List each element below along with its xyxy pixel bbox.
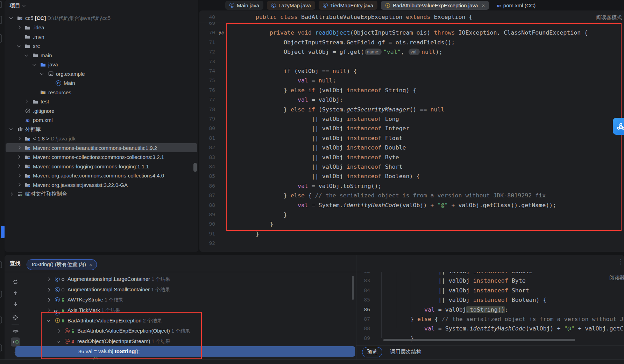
project-panel-header[interactable]: 项目 — [10, 1, 25, 10]
project-tree-row[interactable]: < 1.8 > D:\java-jdk — [5, 134, 198, 143]
code-line[interactable]: 79 || valObj instanceof Long — [199, 114, 624, 124]
editor-tab[interactable]: mpom.xml (CC) — [492, 1, 540, 10]
code-line[interactable]: 73 — [199, 57, 624, 66]
code-line[interactable]: 83 || valObj instanceof Byte — [356, 276, 624, 285]
code-line[interactable]: 83 || valObj instanceof Byte — [199, 153, 624, 162]
project-tree-row[interactable]: Maven: org.javassist:javassist:3.22.0-GA — [5, 180, 198, 189]
chevron-down-icon[interactable] — [33, 62, 36, 66]
chevron-right-icon[interactable] — [47, 278, 50, 281]
chevron-right-icon[interactable] — [17, 174, 21, 177]
toolwindow-stripe-icon[interactable] — [0, 316, 2, 323]
chevron-right-icon[interactable] — [25, 100, 28, 103]
code-line[interactable]: 86 val = valObj.toString(); — [199, 181, 624, 191]
project-scrollbar-thumb[interactable] — [193, 163, 197, 172]
chevron-right-icon[interactable] — [47, 308, 50, 312]
code-line[interactable]: 72 Object valObj = gf.get(name:"val", va… — [199, 47, 624, 57]
code-line[interactable]: 86 val = valObj.toString(); — [356, 305, 624, 314]
eye-button[interactable] — [11, 327, 20, 336]
chevron-right-icon[interactable] — [17, 165, 21, 168]
kebab-menu-icon[interactable]: ⋮ — [618, 260, 622, 263]
project-tree-row[interactable]: resources — [5, 88, 198, 97]
chevron-right-icon[interactable] — [17, 26, 21, 29]
toolwindow-stripe-icon[interactable] — [0, 1, 2, 8]
find-result-row[interactable]: CAugmentationsImpl.SmallContainer 1 个结果 — [15, 285, 356, 295]
chevron-down-icon[interactable] — [47, 319, 50, 322]
find-search-tab[interactable]: toString() (所有位置 内) × — [27, 259, 97, 270]
editor-tab[interactable]: CLazyMap.java — [267, 1, 315, 10]
project-tree-row[interactable]: .mvn — [5, 32, 198, 41]
code-line[interactable]: 84 || valObj instanceof Short — [356, 286, 624, 295]
editor-tab[interactable]: CTiedMapEntry.java — [319, 1, 377, 10]
project-tree-row[interactable]: mpom.xml — [5, 116, 198, 125]
code-line[interactable]: 82 || valObj instanceof Double — [356, 272, 624, 276]
code-line[interactable]: 89 } — [199, 210, 624, 219]
project-tree-row[interactable]: .idea — [5, 23, 198, 32]
code-line[interactable]: 91} — [199, 229, 624, 239]
project-tree-row[interactable]: org.example — [5, 69, 198, 78]
project-tree-row[interactable]: 临时文件和控制台 — [5, 190, 198, 199]
find-result-row[interactable]: CAugmentationsImpl.LargeContainer 1 个结果 — [15, 274, 356, 285]
project-tree-row[interactable]: 外部库 — [5, 125, 198, 134]
toolwindow-stripe-icon[interactable] — [0, 261, 2, 268]
chevron-down-icon[interactable] — [40, 72, 44, 75]
code-line[interactable]: 81 || valObj instanceof Float — [199, 133, 624, 143]
horizontal-scrollbar-thumb[interactable] — [383, 339, 575, 341]
close-icon[interactable]: × — [89, 262, 92, 268]
find-result-row[interactable]: BadAttributeValueExpException 2 个结果 — [15, 315, 356, 326]
code-line[interactable]: 92 — [199, 239, 624, 248]
arrow-up-button[interactable] — [11, 289, 20, 298]
tool-window-stripe[interactable] — [0, 0, 5, 364]
code-line[interactable]: 89 } — [356, 334, 624, 343]
code-line[interactable]: 70@ private void readObject(ObjectInputS… — [199, 28, 624, 37]
code-line[interactable]: 87 } else { // the serialized object is … — [199, 191, 624, 200]
code-line[interactable]: 88 val = System.identityHashCode(valObj)… — [199, 201, 624, 210]
code-line[interactable]: 87 } else { // the serialized object is … — [356, 314, 624, 324]
find-result-row[interactable]: CAxis.TickMark 1 个结果 — [15, 305, 356, 316]
toolwindow-stripe-icon[interactable] — [0, 16, 2, 24]
code-line[interactable]: 75 val = null; — [199, 76, 624, 85]
gear-button[interactable] — [11, 313, 20, 322]
chevron-down-icon[interactable] — [9, 16, 13, 20]
close-icon[interactable]: × — [482, 2, 485, 8]
find-result-selected-row[interactable]: 86 val = valObj.toString(); — [15, 346, 355, 357]
call-hierarchy-button[interactable]: 调用层次结构 — [390, 349, 421, 355]
project-tree-row[interactable]: Maven: commons-collections:commons-colle… — [5, 153, 198, 162]
sync-button[interactable] — [11, 277, 20, 286]
chevron-down-icon[interactable] — [17, 44, 21, 47]
code-line[interactable]: 82 || valObj instanceof Double — [199, 143, 624, 152]
project-tree-row[interactable]: Maven: org.apache.commons:commons-collec… — [5, 171, 198, 180]
code-line[interactable]: 85 || valObj instanceof Boolean) { — [199, 172, 624, 181]
preview-button[interactable]: 预览 — [362, 347, 382, 357]
code-line[interactable]: 77 val = valObj; — [199, 95, 624, 104]
editor-tab[interactable]: BadAttributeValueExpException.java× — [381, 1, 489, 10]
chevron-right-icon[interactable] — [17, 137, 21, 140]
project-tree-row[interactable]: CMain — [5, 79, 198, 88]
find-result-row[interactable]: CAWTKeyStroke 1 个结果 — [15, 295, 356, 305]
reader-mode-label[interactable]: 阅读器模式 — [596, 14, 622, 21]
project-tree-row[interactable]: src — [5, 42, 198, 51]
chevron-right-icon[interactable] — [47, 298, 50, 302]
code-line[interactable]: 88 val = System.identityHashCode(valObj)… — [356, 324, 624, 333]
chevron-right-icon[interactable] — [47, 288, 50, 291]
project-tree-row[interactable]: Maven: commons-beanutils:commons-beanuti… — [5, 143, 198, 152]
usage-preview-editor[interactable]: 82 || valObj instanceof Double83 || valO… — [356, 272, 624, 345]
code-line[interactable]: 85 || valObj instanceof Boolean) { — [356, 295, 624, 305]
chevron-down-icon[interactable] — [25, 53, 28, 57]
project-tree-row[interactable]: .gitignore — [5, 106, 198, 115]
project-tree-row[interactable]: cc5 [CC] D:\1\代码集合\java代码\cc5 — [5, 14, 198, 23]
annotation-gutter-icon[interactable]: @ — [219, 28, 224, 37]
reader-mode-label[interactable]: 阅读器模式 — [609, 275, 624, 281]
chevron-right-icon[interactable] — [9, 192, 13, 196]
project-tree-row[interactable]: Maven: commons-logging:commons-logging:1… — [5, 162, 198, 171]
chevron-right-icon[interactable] — [17, 183, 21, 187]
editor-tab[interactable]: CMain.java — [225, 1, 263, 10]
project-tree-row[interactable]: main — [5, 51, 198, 60]
find-tree-scrollbar-thumb[interactable] — [352, 276, 354, 300]
project-tree-row[interactable]: java — [5, 60, 198, 69]
project-tree-row[interactable]: test — [5, 97, 198, 106]
toolwindow-stripe-icon[interactable] — [0, 34, 2, 43]
code-line[interactable]: 90 } — [199, 219, 624, 229]
code-line[interactable]: 76 } else if (valObj instanceof String) … — [199, 86, 624, 95]
jump-to-source-button[interactable] — [11, 337, 20, 347]
code-line[interactable]: 74 if (valObj == null) { — [199, 66, 624, 76]
